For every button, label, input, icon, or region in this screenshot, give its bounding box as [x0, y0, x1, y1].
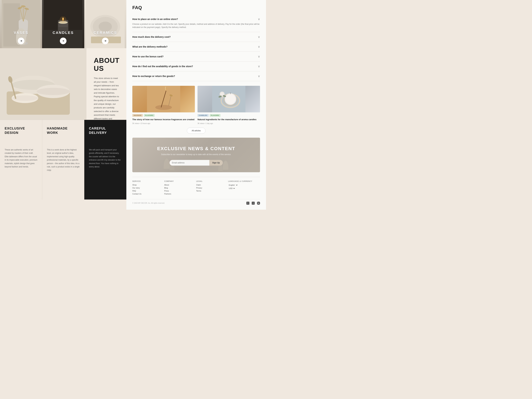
newsletter-email-input[interactable] [170, 160, 209, 165]
footer-link-terms[interactable]: Terms [196, 190, 228, 192]
faq-question-row-5[interactable]: How to exchange or return the goods? ∨ [132, 74, 260, 78]
footer-link-claim[interactable]: Claim [196, 184, 228, 186]
article-meta-0: 5K views • 13 hours ago [132, 122, 195, 124]
product-card-candles[interactable]: CANDLES [42, 0, 84, 48]
product-card-ceramics[interactable]: CERAMICS [84, 0, 126, 48]
instagram-icon[interactable]: in [257, 202, 260, 205]
article-tag-flavors-1: FLAVORS [210, 114, 221, 117]
footer-link-shop[interactable]: Shop [132, 184, 164, 186]
currency-select[interactable]: USD EUR GBP [228, 187, 235, 190]
faq-question-1: How much does the delivery cost? [132, 36, 171, 38]
faq-question-5: How to exchange or return the goods? [132, 75, 175, 77]
faq-answer-0: Choose a product on our website. Add it … [132, 23, 260, 29]
feature-card-design: EXCLUSIVEDESIGN These are authentic work… [0, 120, 42, 200]
faq-question-row-3[interactable]: How to use the bonus card? ∨ [132, 55, 260, 58]
newsletter-title: EXCLUSIVE NEWS & CONTENT [137, 146, 255, 151]
facebook-icon[interactable]: f [246, 202, 249, 205]
svg-point-21 [99, 22, 112, 32]
feature-card-handmade: HANDMADEWORK This is a work done at the … [42, 120, 84, 200]
article-time-1: 1 day ago [206, 122, 213, 124]
faq-chevron-3: ∨ [258, 55, 260, 58]
footer-col-lang: LANGUAGE & CURRENCY English French Germa… [228, 180, 260, 196]
features-row: EXCLUSIVEDESIGN These are authentic work… [0, 120, 126, 200]
all-articles-button[interactable]: All articles [187, 128, 206, 134]
footer-col-title-company: COMPANY [164, 180, 196, 182]
faq-chevron-5: ∨ [258, 74, 260, 78]
article-views-1: 3K views [197, 122, 204, 124]
footer-link-contact[interactable]: Contact Us [132, 193, 164, 195]
feature-desc-delivery: We will pack and transport your goods ef… [89, 148, 122, 168]
faq-item-2: What are the delivery methods? ∨ [132, 42, 260, 52]
feature-desc-handmade: This is a work done at the highest level… [47, 148, 80, 172]
feature-card-delivery: CAREFULDELIVERY We will pack and transpo… [84, 120, 126, 200]
article-tags-0: INCENSE FLAVORS [132, 114, 195, 117]
footer-bottom: © 2023 MY DECOR, Inc. All rights reserve… [132, 199, 260, 205]
article-views-0: 5K views [132, 122, 139, 124]
vases-arrow[interactable] [18, 38, 25, 44]
faq-chevron-0: ∨ [258, 17, 260, 21]
footer-col-title-legal: LEGAL [196, 180, 228, 182]
faq-item-3: How to use the bonus card? ∨ [132, 52, 260, 62]
article-image-0 [132, 86, 195, 112]
footer-link-faq[interactable]: FAQ [132, 190, 164, 192]
candles-arrow[interactable] [60, 38, 66, 44]
article-image-1 [197, 86, 260, 112]
article-card-0[interactable]: INCENSE FLAVORS The story of how our fam… [132, 86, 195, 124]
language-select[interactable]: English French German [228, 184, 238, 186]
faq-question-row-2[interactable]: What are the delivery methods? ∨ [132, 45, 260, 49]
article-title-0: The story of how our famous incense frag… [132, 118, 195, 121]
feature-desc-design: These are authentic works of art created… [5, 148, 38, 168]
faq-question-row-4[interactable]: How do I find out the availability of go… [132, 64, 260, 68]
faq-item-1: How much does the delivery cost? ∨ [132, 32, 260, 42]
vases-label: VASES [14, 31, 28, 35]
feature-title-design: EXCLUSIVEDESIGN [5, 126, 38, 135]
article-title-1: Natural ingredients for the manufacture … [197, 118, 260, 121]
svg-rect-1 [3, 3, 20, 47]
faq-question-4: How do I find out the availability of go… [132, 65, 193, 68]
footer: SERVICE Shop Our story FAQ Contact Us CO… [132, 177, 260, 205]
footer-link-partners[interactable]: Partners [164, 193, 196, 195]
footer-link-about[interactable]: About [164, 184, 196, 186]
svg-point-42 [225, 94, 235, 104]
article-tags-1: CANDLES FLAVORS [197, 114, 260, 117]
article-tag-flavors-0: FLAVORS [144, 114, 155, 117]
footer-link-privacy[interactable]: Privacy [196, 187, 228, 189]
newsletter-form: Sign Up [170, 160, 223, 165]
article-meta-1: 3K views • 1 day ago [197, 122, 260, 124]
right-panel: FAQ How to place an order in an online s… [126, 0, 266, 210]
faq-question-2: What are the delivery methods? [132, 45, 168, 48]
left-panel: VASES [0, 0, 126, 210]
article-tag-incense: INCENSE [132, 114, 143, 117]
product-card-vases[interactable]: VASES [0, 0, 42, 48]
faq-chevron-4: ∨ [258, 64, 260, 68]
ceramics-label: CERAMICS [94, 31, 117, 35]
footer-link-press[interactable]: Press [164, 190, 196, 192]
faq-question-3: How to use the bonus card? [132, 55, 163, 58]
twitter-icon[interactable]: t [252, 202, 255, 205]
footer-link-ourstory[interactable]: Our story [132, 187, 164, 189]
footer-col-title-service: SERVICE [132, 180, 164, 182]
about-text: ABOUT US This store strives to meet all … [86, 48, 126, 120]
footer-col-legal: LEGAL Claim Privacy Terms [196, 180, 228, 196]
article-card-1[interactable]: CANDLES FLAVORS Natural ingredients for … [197, 86, 260, 124]
faq-question-row-0[interactable]: How to place an order in an online store… [132, 17, 260, 21]
article-tag-candles: CANDLES [197, 114, 209, 117]
newsletter-signup-button[interactable]: Sign Up [209, 160, 223, 165]
svg-point-34 [155, 105, 172, 110]
ceramics-arrow[interactable] [102, 38, 108, 44]
faq-chevron-1: ∨ [258, 35, 260, 39]
footer-social: f t in [246, 202, 260, 205]
article-time-0: 13 hours ago [140, 122, 150, 124]
articles-grid: INCENSE FLAVORS The story of how our fam… [132, 86, 260, 124]
newsletter-subtitle: Subscribe to our newsletter to keep up t… [137, 153, 255, 156]
faq-question-row-1[interactable]: How much does the delivery cost? ∨ [132, 35, 260, 39]
svg-point-17 [60, 16, 66, 23]
footer-link-blog[interactable]: Blog [164, 187, 196, 189]
newsletter-section: EXCLUSIVE NEWS & CONTENT Subscribe to ou… [132, 138, 260, 172]
faq-item-5: How to exchange or return the goods? ∨ [132, 71, 260, 81]
footer-columns: SERVICE Shop Our story FAQ Contact Us CO… [132, 180, 260, 196]
faq-chevron-2: ∨ [258, 45, 260, 49]
feature-title-delivery: CAREFULDELIVERY [89, 126, 122, 135]
footer-copyright: © 2023 MY DECOR, Inc. All rights reserve… [132, 202, 165, 204]
newsletter-content: EXCLUSIVE NEWS & CONTENT Subscribe to ou… [137, 146, 255, 165]
